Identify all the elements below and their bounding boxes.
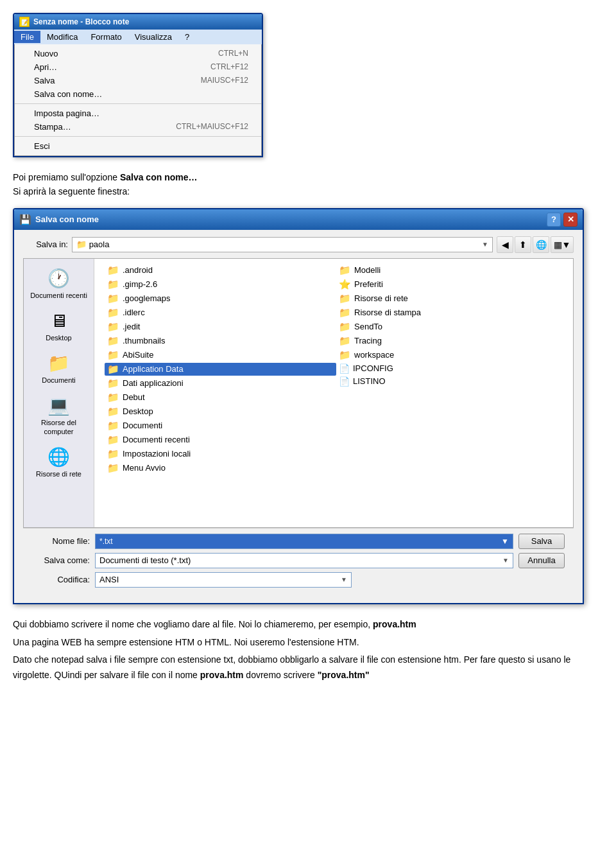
saveas-toolbar: Salva in: 📁 paola ▼ ◀ ⬆ 🌐 ▦▼	[23, 236, 574, 253]
folder-icon: 📁	[107, 448, 119, 460]
chevron-down-icon: ▼	[502, 557, 509, 564]
list-item-listino[interactable]: 📄 LISTINO	[336, 376, 568, 387]
documenti-icon: 📁	[47, 353, 70, 374]
menu-nuovo[interactable]: Nuovo CTRL+N	[15, 47, 261, 60]
cancel-button[interactable]: Annulla	[518, 553, 565, 568]
menu-apri-shortcut: CTRL+F12	[210, 62, 248, 72]
menu-visualizza[interactable]: Visualizza	[128, 31, 178, 43]
titlebar-close-button[interactable]: ✕	[563, 213, 578, 227]
list-item[interactable]: 📁 Dati applicazioni	[105, 377, 336, 390]
list-item-tracing[interactable]: 📁 Tracing	[336, 335, 568, 347]
saveas-body: Salva in: 📁 paola ▼ ◀ ⬆ 🌐 ▦▼ 🕐 Documenti…	[14, 230, 583, 603]
list-item[interactable]: 📁 Risorse di stampa	[336, 306, 568, 319]
folder-icon: 📁	[107, 363, 119, 375]
sidebar-item-risorse-computer[interactable]: 💻 Risorse del computer	[26, 391, 91, 439]
saveas-title-icon: 💾	[19, 214, 31, 225]
file-name: AbiSuite	[123, 350, 153, 360]
list-item[interactable]: 📁 .idlerc	[105, 306, 336, 319]
sidebar-label-risorse-rete: Risorse di rete	[36, 470, 81, 478]
menu-salva-label: Salva	[34, 76, 55, 85]
back-button[interactable]: ◀	[497, 236, 513, 253]
list-item[interactable]: 📁 Documenti	[105, 419, 336, 432]
list-item[interactable]: 📁 Menu Avvio	[105, 462, 336, 475]
list-item[interactable]: 📁 Debut	[105, 391, 336, 404]
salva-come-row: Salva come: Documenti di testo (*.txt) ▼…	[32, 553, 565, 568]
file-name: Menu Avvio	[123, 463, 166, 473]
folder-icon: 📁	[107, 406, 119, 417]
save-button[interactable]: Salva	[518, 534, 565, 549]
folder-icon: 📁	[107, 265, 119, 276]
sidebar-item-risorse-rete[interactable]: 🌐 Risorse di rete	[26, 442, 91, 482]
list-item[interactable]: 📁 Impostazioni locali	[105, 448, 336, 460]
sidebar-item-desktop[interactable]: 🖥 Desktop	[26, 306, 91, 346]
list-item-workspace[interactable]: 📁 workspace	[336, 349, 568, 362]
intro-bold1: Salva con nome…	[120, 172, 198, 182]
list-item[interactable]: 📁 AbiSuite	[105, 349, 336, 362]
file-name: Risorse di stampa	[354, 308, 421, 317]
list-item[interactable]: 📁 Modelli	[336, 264, 568, 277]
titlebar-help-button[interactable]: ?	[547, 213, 561, 227]
folder-icon: 📁	[107, 293, 119, 304]
folder-icon: 📁	[107, 392, 119, 403]
menu-imposta-pagina[interactable]: Imposta pagina…	[15, 107, 261, 120]
file-name: .jedit	[123, 322, 140, 331]
list-item-application-data[interactable]: 📁 Application Data	[105, 363, 336, 376]
codifica-label: Codifica:	[32, 575, 90, 584]
menu-stampa[interactable]: Stampa… CTRL+MAIUSC+F12	[15, 120, 261, 134]
list-item[interactable]: 📁 .jedit	[105, 320, 336, 333]
view-options-button[interactable]: ▦▼	[551, 236, 574, 253]
menu-help[interactable]: ?	[178, 31, 196, 43]
chevron-down-icon: ▼	[482, 241, 488, 248]
doc-icon: 📄	[339, 376, 350, 387]
menu-salva[interactable]: Salva MAIUSC+F12	[15, 74, 261, 87]
sidebar-item-documenti-recenti[interactable]: 🕐 Documenti recenti	[26, 264, 91, 304]
folder-icon: 📁	[107, 378, 119, 389]
list-item[interactable]: 📁 Risorse di rete	[336, 292, 568, 305]
list-item[interactable]: 📁 .googlemaps	[105, 292, 336, 305]
codifica-input[interactable]: ANSI ▼	[95, 572, 352, 588]
menu-salva-con-nome[interactable]: Salva con nome…	[15, 87, 261, 101]
nome-file-row: Nome file: *.txt ▼ Salva	[32, 534, 565, 549]
menu-esci-label: Esci	[34, 141, 50, 151]
menu-apri[interactable]: Apri… CTRL+F12	[15, 60, 261, 74]
file-name: Modelli	[354, 265, 381, 275]
list-item[interactable]: 📁 SendTo	[336, 320, 568, 333]
menu-esci[interactable]: Esci	[15, 139, 261, 153]
separator-1	[15, 103, 261, 104]
list-item[interactable]: 📁 .gimp-2.6	[105, 278, 336, 291]
save-in-value: 📁 paola	[76, 240, 109, 249]
saveas-window: 💾 Salva con nome ? ✕ Salva in: 📁 paola ▼…	[13, 208, 584, 604]
notepad-title: Senza nome - Blocco note	[33, 17, 129, 26]
save-in-dropdown[interactable]: 📁 paola ▼	[72, 237, 493, 252]
sidebar-label-risorse-computer: Risorse del computer	[29, 419, 89, 435]
menu-file[interactable]: File	[14, 31, 40, 43]
list-item[interactable]: 📁 Desktop	[105, 405, 336, 418]
salva-come-value: Documenti di testo (*.txt)	[99, 555, 191, 565]
up-folder-button[interactable]: ⬆	[515, 236, 531, 253]
sidebar-item-documenti[interactable]: 📁 Documenti	[26, 349, 91, 389]
menu-stampa-shortcut: CTRL+MAIUSC+F12	[176, 122, 248, 132]
list-item[interactable]: 📁 Documenti recenti	[105, 433, 336, 446]
network-folder-button[interactable]: 🌐	[533, 236, 549, 253]
list-item[interactable]: 📁 .thumbnails	[105, 335, 336, 347]
list-item[interactable]: 📁 .android	[105, 264, 336, 277]
salva-come-input[interactable]: Documenti di testo (*.txt) ▼	[95, 553, 513, 568]
folder-icon: 📁	[339, 307, 351, 319]
menu-modifica[interactable]: Modifica	[40, 31, 84, 43]
file-name: Preferiti	[354, 279, 383, 289]
list-item-preferiti[interactable]: ⭐ Preferiti	[336, 278, 568, 291]
notepad-window: 📝 Senza nome - Blocco note File Modifica…	[13, 13, 263, 157]
file-name: Documenti	[123, 421, 162, 430]
nome-file-input[interactable]: *.txt ▼	[95, 534, 513, 549]
file-name: Dati applicazioni	[123, 378, 184, 388]
file-name: Application Data	[123, 364, 184, 374]
folder-icon: 📁	[107, 279, 119, 290]
menu-formato[interactable]: Formato	[84, 31, 128, 43]
notepad-menubar: File Modifica Formato Visualizza ?	[14, 30, 262, 44]
risorse-computer-icon: 💻	[47, 395, 70, 416]
bottom-p1-bold: prova.htm	[373, 619, 416, 629]
intro-text: Poi premiamo sull'opzione Salva con nome…	[13, 170, 603, 199]
folder-icon: 📁	[339, 293, 351, 304]
list-item-ipconfig[interactable]: 📄 IPCONFIG	[336, 363, 568, 374]
desktop-icon: 🖥	[50, 310, 68, 331]
